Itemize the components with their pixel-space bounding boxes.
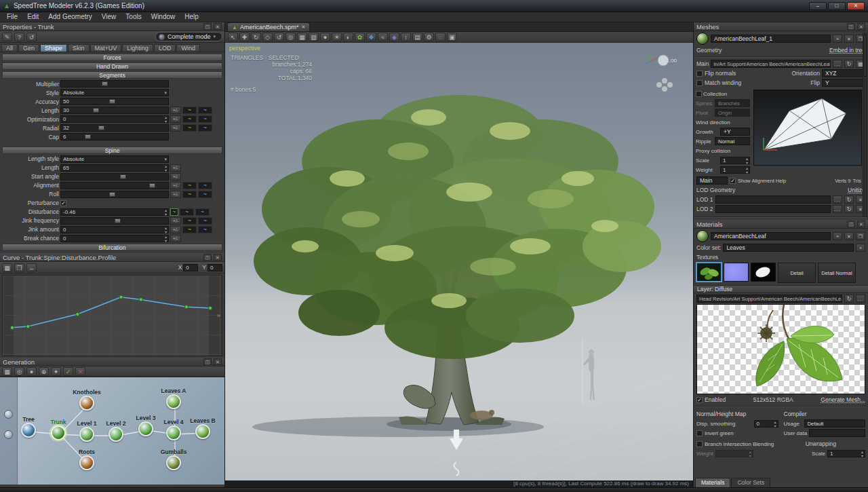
help-icon[interactable]: ? [14,33,24,41]
multiplier-slider[interactable] [60,80,169,88]
slider-handle[interactable] [109,99,115,104]
shadow-icon[interactable]: ◐ [343,33,353,41]
close-button[interactable]: ✕ [847,2,865,10]
rotate-icon[interactable]: ↻ [251,33,261,41]
ripple-dropdown[interactable]: Normal [715,137,750,145]
search-icon[interactable]: ◌ [435,33,446,41]
delete-material-button[interactable] [844,232,854,240]
menu-tools[interactable]: Tools [121,12,146,22]
roll-curve-thumbnail[interactable] [182,191,197,198]
length-profile-curve-thumbnail[interactable] [198,107,212,114]
break-chance-stepper[interactable]: 0 [60,235,169,242]
detail-texture-button[interactable]: Detail [778,263,816,283]
preview-mode-dropdown[interactable]: Main [696,176,728,185]
scrollbar-thumb[interactable] [864,35,866,77]
menu-file[interactable]: File [2,12,22,22]
texture-path-input[interactable]: Head Revision/Art Support/American Beech… [696,295,842,303]
slider-handle[interactable] [109,192,115,197]
jink-amount-curve-thumbnail[interactable] [182,226,197,233]
browse-lod1-button[interactable] [833,195,842,204]
slider-handle[interactable] [149,183,155,188]
length-slider[interactable]: 30 [60,107,169,114]
start-angle-slider[interactable] [60,173,169,181]
collection-checkbox[interactable] [696,91,702,97]
tab-color-sets[interactable]: Color Sets [731,478,770,487]
branch-blend-checkbox[interactable] [696,441,703,447]
reset-properties-icon[interactable]: ↺ [26,33,37,41]
slider-handle[interactable] [85,134,91,139]
browse-mesh-button[interactable] [833,60,842,68]
close-panel-icon[interactable] [214,254,222,261]
detail-normal-texture-button[interactable]: Detail Normal [818,263,856,283]
curve-control-point[interactable] [10,326,14,329]
invert-green-checkbox[interactable] [696,430,703,436]
duplicate-material-button[interactable] [856,232,865,240]
growth-dropdown[interactable]: +Y [720,128,750,136]
layout-icon[interactable]: ▦ [2,367,12,376]
disturbance-curve-thumbnail[interactable] [180,208,194,216]
copy-curve-icon[interactable]: ❐ [14,263,24,272]
spine-length-stepper[interactable]: 65 [60,164,169,172]
disturbance-stepper[interactable]: -0.46 [60,208,169,216]
disp-smoothing-stepper[interactable]: 0 [754,420,778,428]
screenshot-icon[interactable]: ▣ [447,33,457,41]
slider-handle[interactable] [93,108,99,113]
tab-lighting[interactable]: Lighting [122,44,153,52]
grid-icon[interactable]: ▦ [297,33,307,41]
enabled-checkbox[interactable] [696,397,703,403]
alignment-variance-button[interactable] [170,182,181,189]
wind-icon[interactable]: ≈ [378,33,388,41]
flip-curve-icon[interactable]: ↔ [26,263,37,272]
slider-handle[interactable] [115,219,121,223]
browse-lod2-button[interactable] [833,205,842,213]
optimization-variance-button[interactable] [170,115,181,123]
color-set-dropdown[interactable]: Leaves [723,244,854,252]
reload-texture-button[interactable] [844,295,854,303]
roll-profile-curve-thumbnail[interactable] [198,191,212,198]
jink-amount-stepper[interactable]: 0 [60,226,169,233]
node-trunk[interactable]: Trunk [51,425,66,440]
document-tab[interactable]: ▲ AmericanBeech.spm* ✕ [227,22,310,31]
orientation-dropdown[interactable]: XYZ [822,69,865,77]
cap-slider[interactable]: 6 [60,133,169,140]
menu-add-geometry[interactable]: Add Geometry [43,12,96,22]
node-knotholes[interactable]: Knotholes [79,396,94,411]
curve-control-point[interactable] [26,324,30,328]
diffuse-texture-thumbnail[interactable] [696,263,722,282]
tab-gen[interactable]: Gen [18,44,39,52]
length-variance-button[interactable] [170,107,181,114]
add-color-set-button[interactable] [856,244,865,252]
reload-mesh-button[interactable] [844,60,854,68]
curve-control-point[interactable] [184,305,188,309]
flip-normals-checkbox[interactable] [696,71,703,77]
radial-slider[interactable]: 32 [60,124,169,132]
curve-x-input[interactable]: 0 [183,264,198,271]
match-winding-checkbox[interactable] [696,80,703,86]
start-angle-variance-button[interactable] [170,173,181,181]
wand-icon[interactable]: ✦ [51,367,61,376]
measure-icon[interactable]: ↕ [401,33,411,41]
disturbance-active-curve-thumbnail[interactable] [170,208,178,216]
section-forces[interactable]: Forces [2,54,222,61]
camera-mode-label[interactable]: perspective [229,45,260,52]
menu-view[interactable]: View [97,12,121,22]
add-node-icon[interactable]: ⊕ [39,367,49,376]
length-curve-thumbnail[interactable] [182,107,197,114]
tab-lod[interactable]: LOD [154,44,176,52]
curve-control-point[interactable] [139,298,142,301]
roll-slider[interactable] [60,191,169,198]
curve-presets-icon[interactable]: ▦ [2,263,12,272]
curve-control-point[interactable] [208,306,212,309]
viewport-3d[interactable]: perspective TRIANGLES - SELECTED branche… [225,43,693,480]
radial-curve-thumbnail[interactable] [182,124,197,132]
delete-node-icon[interactable]: ✕ [75,367,85,376]
section-bifurcation[interactable]: Bifurcation [2,244,222,251]
tab-all[interactable]: All [1,44,18,52]
close-panel-icon[interactable] [857,23,865,30]
perturbance-checkbox[interactable] [60,200,66,206]
reload-lod2-button[interactable] [844,205,854,213]
layer-bar[interactable]: Layer: Diffuse [694,285,868,293]
float-panel-icon[interactable] [847,23,855,30]
branch-display-icon[interactable]: ❖ [366,33,376,41]
curve-editor[interactable] [2,275,222,356]
